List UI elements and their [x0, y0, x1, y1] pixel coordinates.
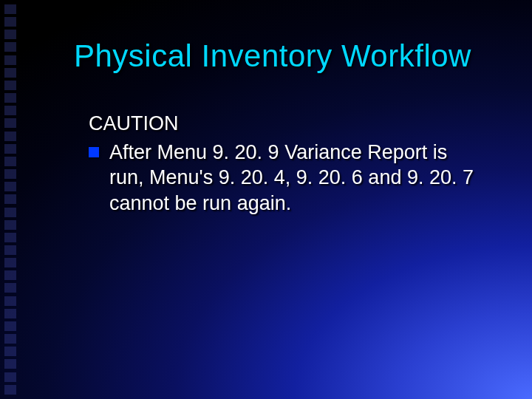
- decor-square: [4, 118, 16, 128]
- decor-square: [4, 208, 16, 217]
- slide: Physical Inventory Workflow CAUTION Afte…: [0, 0, 532, 399]
- decor-square: [4, 258, 16, 267]
- decor-square: [4, 169, 16, 179]
- decor-square: [4, 385, 16, 395]
- decor-square: [4, 30, 16, 39]
- decor-square: [4, 132, 16, 141]
- decor-square: [4, 334, 16, 344]
- decor-square: [4, 245, 16, 255]
- decor-square: [4, 309, 16, 318]
- square-bullet-icon: [89, 147, 99, 157]
- decor-square: [4, 194, 16, 204]
- decor-square: [4, 270, 16, 280]
- decor-square: [4, 359, 16, 369]
- decor-square: [4, 68, 16, 78]
- bullet-text: After Menu 9. 20. 9 Variance Report is r…: [109, 140, 480, 216]
- decor-square: [4, 144, 16, 154]
- decor-square: [4, 106, 16, 115]
- decor-square: [4, 4, 16, 14]
- decor-square: [4, 93, 16, 103]
- decor-square: [4, 347, 16, 356]
- decor-square: [4, 283, 16, 293]
- decor-square: [4, 182, 16, 191]
- decor-square: [4, 55, 16, 65]
- bullet-item: After Menu 9. 20. 9 Variance Report is r…: [89, 140, 480, 216]
- caution-label: CAUTION: [89, 111, 480, 137]
- slide-title: Physical Inventory Workflow: [74, 38, 471, 74]
- decor-square: [4, 321, 16, 331]
- decor-square: [4, 296, 16, 306]
- decor-square: [4, 157, 16, 166]
- slide-body: CAUTION After Menu 9. 20. 9 Variance Rep…: [89, 111, 480, 216]
- decor-square: [4, 17, 16, 27]
- decor-square: [4, 220, 16, 230]
- left-square-decor: [4, 4, 18, 395]
- decor-square: [4, 42, 16, 52]
- decor-square: [4, 81, 16, 90]
- decor-square: [4, 372, 16, 382]
- decor-square: [4, 233, 16, 242]
